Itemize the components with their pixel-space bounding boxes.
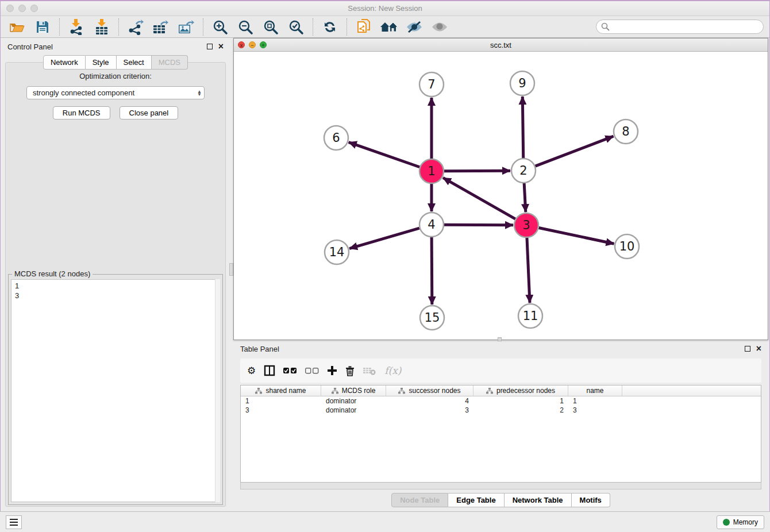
import-network-button[interactable] bbox=[66, 18, 87, 36]
node-label: 6 bbox=[332, 131, 340, 145]
tab-mcds[interactable]: MCDS bbox=[152, 55, 188, 70]
table-row[interactable]: 1dominator411 bbox=[241, 396, 761, 406]
table-panel-title: Table Panel bbox=[240, 345, 279, 353]
graph-edge-2-9[interactable] bbox=[522, 97, 523, 158]
graph-edge-4-3[interactable] bbox=[444, 225, 513, 225]
graph-edge-2-8[interactable] bbox=[536, 136, 614, 166]
graph-node-11[interactable]: 11 bbox=[518, 304, 542, 328]
float-table-panel-icon[interactable] bbox=[745, 346, 750, 352]
float-panel-icon[interactable] bbox=[207, 44, 213, 49]
eye-slash-icon bbox=[406, 21, 423, 33]
graph-node-6[interactable]: 6 bbox=[324, 126, 348, 150]
home-icon bbox=[379, 20, 399, 34]
save-session-button[interactable] bbox=[32, 18, 53, 36]
graph-edge-3-10[interactable] bbox=[539, 228, 614, 244]
select-all-button[interactable] bbox=[283, 367, 297, 374]
run-mcds-button[interactable]: Run MCDS bbox=[53, 106, 110, 119]
refresh-button[interactable] bbox=[319, 18, 341, 36]
graph-edge-1-6[interactable] bbox=[349, 142, 420, 167]
save-icon bbox=[36, 20, 49, 34]
graph-node-8[interactable]: 8 bbox=[614, 119, 638, 144]
show-graphics-button[interactable] bbox=[429, 18, 451, 36]
graph-edge-1-2[interactable] bbox=[444, 171, 510, 171]
export-network-button[interactable] bbox=[125, 18, 147, 36]
tab-node-table[interactable]: Node Table bbox=[391, 493, 448, 507]
graph-edge-4-15[interactable] bbox=[432, 237, 432, 304]
result-scrollbar[interactable] bbox=[215, 279, 220, 502]
search-input[interactable] bbox=[596, 20, 764, 34]
column-header[interactable]: predecessor nodes bbox=[473, 385, 568, 396]
search-icon bbox=[601, 22, 610, 31]
mcds-result-group: MCDS result (2 nodes) 1 3 bbox=[8, 274, 223, 505]
graph-node-9[interactable]: 9 bbox=[510, 71, 534, 95]
tab-style[interactable]: Style bbox=[86, 55, 117, 70]
function-icon: f(x) bbox=[384, 365, 401, 376]
node-label: 11 bbox=[523, 309, 538, 323]
graph-node-15[interactable]: 15 bbox=[420, 306, 444, 330]
column-header[interactable]: successor nodes bbox=[386, 385, 473, 396]
graph-node-4[interactable]: 4 bbox=[419, 213, 444, 237]
tab-network-table[interactable]: Network Table bbox=[505, 493, 572, 507]
add-row-button[interactable] bbox=[327, 365, 337, 376]
open-session-button[interactable] bbox=[6, 18, 28, 36]
panel-split-handle[interactable] bbox=[229, 263, 233, 276]
column-header[interactable]: shared name bbox=[241, 385, 321, 396]
delete-table-button[interactable] bbox=[363, 366, 376, 375]
tab-network[interactable]: Network bbox=[43, 55, 86, 70]
network-window-titlebar[interactable]: x − + scc.txt bbox=[234, 38, 768, 52]
node-table: shared nameMCDS rolesuccessor nodesprede… bbox=[240, 385, 761, 483]
memory-label: Memory bbox=[733, 518, 758, 526]
network-canvas[interactable]: 7968124314101511 bbox=[234, 52, 768, 340]
hide-graphics-button[interactable] bbox=[403, 18, 425, 36]
graph-edge-3-11[interactable] bbox=[527, 238, 530, 303]
tab-select[interactable]: Select bbox=[117, 55, 152, 70]
graph-edge-3-1[interactable] bbox=[443, 178, 515, 219]
task-history-button[interactable] bbox=[6, 515, 22, 529]
graph-node-1[interactable]: 1 bbox=[419, 159, 444, 183]
graph-node-7[interactable]: 7 bbox=[419, 72, 444, 97]
table-horizontal-scrollbar[interactable] bbox=[240, 483, 761, 489]
tab-edge-table[interactable]: Edge Table bbox=[448, 493, 504, 507]
export-image-button[interactable] bbox=[175, 18, 197, 36]
plus-icon bbox=[327, 365, 337, 376]
table-cell: 3 bbox=[386, 406, 473, 414]
zoom-in-button[interactable] bbox=[209, 18, 231, 36]
window-resize-handle[interactable] bbox=[498, 337, 502, 341]
export-table-button[interactable] bbox=[150, 18, 172, 36]
optimization-criterion-select[interactable]: strongly connected component ▲▼ bbox=[26, 86, 205, 99]
memory-button[interactable]: Memory bbox=[717, 515, 764, 529]
graph-edge-4-14[interactable] bbox=[349, 228, 419, 248]
deselect-all-button[interactable] bbox=[305, 367, 319, 374]
node-label: 7 bbox=[428, 78, 435, 91]
graph-node-3[interactable]: 3 bbox=[514, 213, 538, 237]
apply-function-button[interactable]: f(x) bbox=[384, 365, 401, 376]
node-label: 10 bbox=[619, 240, 635, 253]
delete-row-button[interactable] bbox=[345, 365, 355, 376]
clone-network-button[interactable] bbox=[353, 18, 375, 36]
graph-edge-2-3[interactable] bbox=[524, 183, 526, 212]
zoom-out-button[interactable] bbox=[234, 18, 256, 36]
graph-node-10[interactable]: 10 bbox=[615, 234, 639, 259]
list-icon bbox=[10, 519, 18, 520]
import-table-button[interactable] bbox=[91, 18, 113, 36]
control-panel: Control Panel × Network Style Select MCD… bbox=[1, 39, 230, 510]
column-header[interactable]: MCDS role bbox=[321, 385, 386, 396]
show-columns-button[interactable] bbox=[264, 365, 275, 376]
graph-node-2[interactable]: 2 bbox=[511, 159, 536, 183]
close-table-panel-icon[interactable]: × bbox=[756, 346, 761, 352]
home-button[interactable] bbox=[378, 18, 400, 36]
zoom-fit-button[interactable] bbox=[260, 18, 282, 36]
toolbar-separator bbox=[313, 18, 313, 36]
graph-node-14[interactable]: 14 bbox=[325, 240, 349, 264]
mcds-result-text[interactable]: 1 3 bbox=[11, 279, 220, 502]
close-panel-icon[interactable]: × bbox=[218, 44, 224, 49]
zoom-selected-button[interactable] bbox=[285, 18, 307, 36]
table-cell: dominator bbox=[321, 397, 386, 405]
table-row[interactable]: 3dominator323 bbox=[241, 406, 761, 415]
tab-motifs[interactable]: Motifs bbox=[572, 493, 610, 507]
table-toolbar: ⚙ bbox=[240, 358, 761, 383]
table-settings-button[interactable]: ⚙ bbox=[247, 365, 256, 377]
control-panel-header: Control Panel × bbox=[1, 39, 230, 54]
close-panel-button[interactable]: Close panel bbox=[120, 106, 179, 119]
column-header[interactable]: name bbox=[568, 385, 622, 396]
